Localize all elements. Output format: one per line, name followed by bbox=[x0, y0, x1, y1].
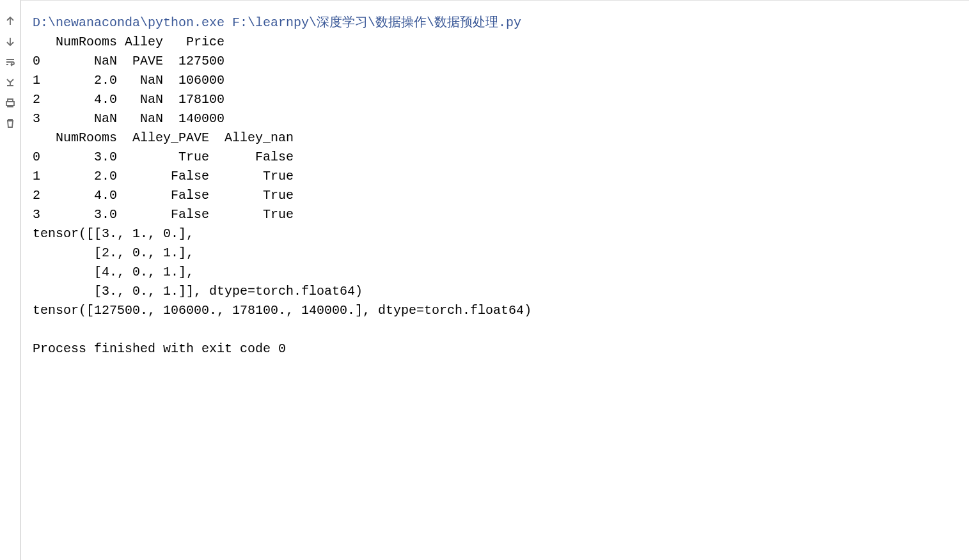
arrow-down-icon[interactable] bbox=[4, 36, 16, 47]
print-icon[interactable] bbox=[4, 97, 16, 109]
output-line: 3 NaN NaN 140000 bbox=[33, 111, 225, 126]
console-main: D:\newanaconda\python.exe F:\learnpy\深度学… bbox=[21, 0, 969, 560]
console-output[interactable]: D:\newanaconda\python.exe F:\learnpy\深度学… bbox=[21, 0, 969, 560]
output-line: tensor([[3., 1., 0.], bbox=[33, 226, 194, 241]
output-line: tensor([127500., 106000., 178100., 14000… bbox=[33, 303, 532, 318]
interpreter-path: D:\newanaconda\python.exe bbox=[33, 15, 225, 30]
script-path: F:\learnpy\深度学习\数据操作\数据预处理.py bbox=[232, 15, 521, 30]
output-line: NumRooms Alley_PAVE Alley_nan bbox=[33, 130, 294, 145]
output-line: [3., 0., 1.]], dtype=torch.float64) bbox=[33, 284, 363, 299]
output-line: [4., 0., 1.], bbox=[33, 265, 194, 279]
soft-wrap-icon[interactable] bbox=[4, 56, 16, 68]
arrow-up-icon[interactable] bbox=[4, 15, 16, 27]
output-line: 0 3.0 True False bbox=[33, 150, 294, 164]
scroll-to-end-icon[interactable] bbox=[4, 77, 16, 88]
output-line: 0 NaN PAVE 127500 bbox=[33, 54, 225, 68]
output-line: [2., 0., 1.], bbox=[33, 245, 194, 260]
command-line: D:\newanaconda\python.exe F:\learnpy\深度学… bbox=[33, 15, 521, 30]
output-line: 1 2.0 False True bbox=[33, 169, 294, 183]
output-line: 1 2.0 NaN 106000 bbox=[33, 73, 225, 88]
trash-icon[interactable] bbox=[4, 118, 16, 129]
console-toolbar bbox=[0, 0, 20, 560]
process-finished: Process finished with exit code 0 bbox=[33, 341, 286, 356]
output-line: NumRooms Alley Price bbox=[33, 35, 225, 49]
output-line: 2 4.0 False True bbox=[33, 188, 294, 203]
output-line: 2 4.0 NaN 178100 bbox=[33, 92, 225, 107]
output-line: 3 3.0 False True bbox=[33, 207, 294, 222]
